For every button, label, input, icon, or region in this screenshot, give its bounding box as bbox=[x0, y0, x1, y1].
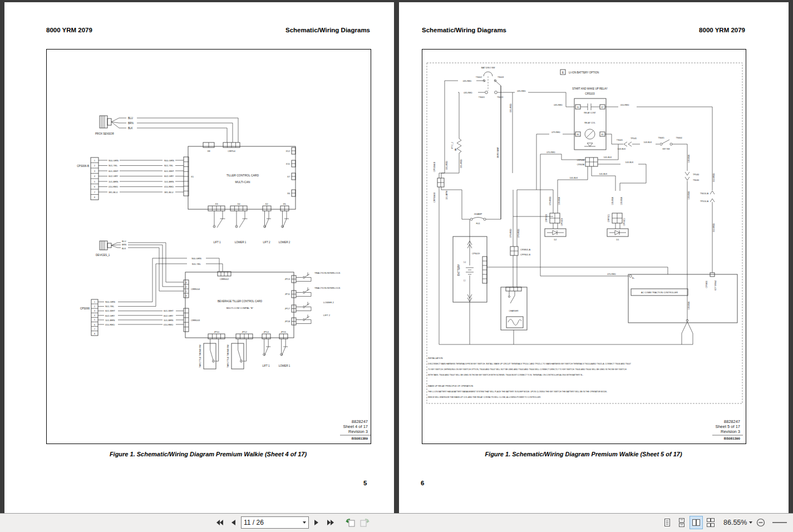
connector-label: X12 bbox=[286, 150, 290, 152]
wire-label: 601-WHT bbox=[105, 309, 115, 312]
connector-label: CRP04 bbox=[228, 150, 235, 152]
figure-caption: Figure 1. Schematic/Wiring Diagram Premi… bbox=[422, 451, 745, 457]
continuous-page-icon bbox=[677, 518, 686, 527]
stamp-number: 8828247 bbox=[352, 419, 368, 424]
first-page-button[interactable] bbox=[213, 516, 225, 529]
header-doc-code: 8000 YRM 2079 bbox=[46, 27, 92, 33]
switch-label: LOWER 1 bbox=[279, 364, 290, 367]
pin-number: 87 bbox=[602, 106, 604, 109]
wire-run-010red: 010-RED TS014-A TP014-A 010-RED bbox=[700, 107, 715, 273]
terminal-label: B+ bbox=[632, 277, 634, 279]
relay-section-label: RELAY CONT bbox=[584, 112, 595, 114]
single-page-layout-button[interactable] bbox=[661, 516, 673, 529]
wire-label: 101-BRN bbox=[105, 319, 115, 322]
wire-label: 103-BLK bbox=[688, 154, 690, 162]
charger: 079-RED 079-RED CRS801-A CPP801-B CHARGE… bbox=[501, 134, 536, 344]
installation-notes: INSTALLATION DISCONNECT MAIN HARNESS TER… bbox=[428, 357, 631, 398]
drawing-stamp: 8828247 Sheet 5 of 17 Revision 3 BS08139… bbox=[712, 419, 743, 440]
notes-line: WHICH WILL ENERGIZE THE WAKE-UP COIL AND… bbox=[428, 396, 541, 398]
page-number-value: 11 / 26 bbox=[244, 519, 264, 526]
view-zoom-controls: 86.55% bbox=[661, 516, 787, 529]
continuous-page-layout-button[interactable] bbox=[676, 516, 688, 529]
previous-view-button[interactable] bbox=[344, 516, 357, 529]
connector-label: JP10 bbox=[214, 331, 219, 333]
connector-label: X1 bbox=[191, 175, 194, 178]
beverage-tiller-card: BEVERAGE TILLER CONTROL CARD MULTI-COM C… bbox=[184, 272, 341, 369]
wire-label: 103-BLK bbox=[688, 301, 690, 309]
notes-heading: WAKE UP RELAY PRINCIPLE OF OPERATION bbox=[428, 385, 473, 387]
terminal-label: TP014-A bbox=[700, 200, 708, 203]
next-page-button[interactable] bbox=[311, 516, 323, 529]
switch-label: LIFT 1 bbox=[262, 364, 270, 367]
connector-label: CRR004 bbox=[191, 288, 200, 290]
connector-label: JP14 bbox=[263, 331, 269, 333]
previous-page-button[interactable] bbox=[227, 516, 239, 529]
connector-label: CRS03A bbox=[577, 164, 585, 166]
next-view-icon bbox=[359, 518, 370, 527]
switch-label: THROTTLE THUMB SW bbox=[199, 344, 201, 368]
component-label: CHARGER bbox=[509, 310, 519, 312]
pin-number: 4 bbox=[94, 314, 95, 317]
pin-number: 1 bbox=[94, 160, 95, 162]
single-page-icon bbox=[663, 518, 672, 527]
terminal-label: TP041 bbox=[631, 137, 637, 140]
zoom-out-button[interactable] bbox=[755, 516, 767, 529]
terminal-label: TS064 bbox=[676, 137, 682, 139]
terminal-label: KEY SW A3 bbox=[715, 280, 717, 290]
connector-label: CRS001 bbox=[706, 280, 708, 288]
buss-bar-label: BUSS BAR bbox=[497, 147, 499, 157]
header-doc-code: 8000 YRM 2079 bbox=[699, 27, 745, 33]
wire-label: 035-RED bbox=[464, 92, 472, 94]
terminal-label: TP040 bbox=[693, 174, 699, 176]
terminal-label: TS040 bbox=[693, 179, 699, 181]
wire-label: 010-RED bbox=[109, 185, 118, 188]
last-page-button[interactable] bbox=[324, 516, 337, 529]
header-section-title: Schematic/Wiring Diagrams bbox=[422, 27, 506, 33]
wire-label: 101-BRN bbox=[446, 191, 448, 200]
wire-label: 010-RED bbox=[164, 323, 173, 326]
connector-label: X4 bbox=[237, 203, 240, 205]
wire-label: 900-GRN bbox=[191, 257, 201, 260]
zoom-dropdown-caret-icon[interactable] bbox=[749, 521, 752, 524]
wire-label: 381-BLU bbox=[164, 191, 174, 194]
previous-view-icon bbox=[346, 518, 356, 527]
wire-label: 079-RED bbox=[510, 229, 512, 238]
stamp-revision: Revision 3 bbox=[348, 429, 368, 434]
wire-label: 602-GRY bbox=[164, 175, 174, 178]
prox-sensor: BLU BRN BLK PROX SENSOR bbox=[95, 116, 238, 142]
wire-label: 035-RED bbox=[517, 90, 526, 92]
zoom-slider[interactable] bbox=[772, 522, 787, 523]
pdf-viewer-window: 8000 YRM 2079 Schematic/Wiring Diagrams bbox=[0, 0, 793, 532]
schematic-figure-left: BLU BRN BLK PROX SENSOR TILLER CONTROL C… bbox=[46, 49, 371, 444]
page-dropdown-caret-icon[interactable] bbox=[303, 521, 306, 524]
connector-label: X3 bbox=[215, 203, 218, 205]
two-page-continuous-layout-button[interactable] bbox=[705, 516, 717, 529]
two-page-layout-button[interactable] bbox=[690, 516, 702, 529]
drawing-stamp: 8828247 Sheet 4 of 17 Revision 3 BS08138… bbox=[340, 419, 371, 440]
wire-label: 010-RED bbox=[713, 173, 715, 182]
wire-label: 079-RED bbox=[518, 229, 520, 238]
connector-label: CPP801-B bbox=[520, 254, 530, 256]
terminal-label: TS002 bbox=[476, 76, 482, 78]
page-header: Schematic/Wiring Diagrams 8000 YRM 2079 bbox=[422, 27, 745, 33]
switch-label: THROTTLE THUMB SW bbox=[227, 344, 229, 368]
wire-label: 105-BLK bbox=[570, 177, 578, 179]
fuse-fu1: 200AMP FU1 bbox=[470, 213, 501, 225]
viewer-toolbar: 11 / 26 bbox=[0, 513, 793, 532]
pin-number: 1 bbox=[186, 290, 187, 293]
connector-label: JP12 bbox=[242, 331, 247, 333]
card-subtitle: MULTI-CAN bbox=[235, 180, 250, 184]
relay-section-label: RELAY COIL bbox=[584, 122, 595, 124]
wire-label: 901-YEL bbox=[105, 305, 115, 308]
connector-label: X6 bbox=[287, 192, 290, 195]
page-number-input[interactable]: 11 / 26 bbox=[241, 516, 309, 529]
zoom-level-value[interactable]: 86.55% bbox=[723, 519, 747, 526]
legend-key: E bbox=[562, 71, 564, 74]
wire-label: BRN bbox=[128, 122, 134, 125]
next-view-button[interactable] bbox=[358, 516, 371, 529]
stamp-sheet: Sheet 4 of 17 bbox=[343, 424, 368, 429]
wire-label: 900-GRN bbox=[105, 301, 115, 303]
wire-label: 101-BRN bbox=[164, 319, 173, 322]
pin-number: 2 bbox=[94, 306, 95, 308]
switch-label: TRACTION INTERLOCK bbox=[314, 272, 341, 274]
